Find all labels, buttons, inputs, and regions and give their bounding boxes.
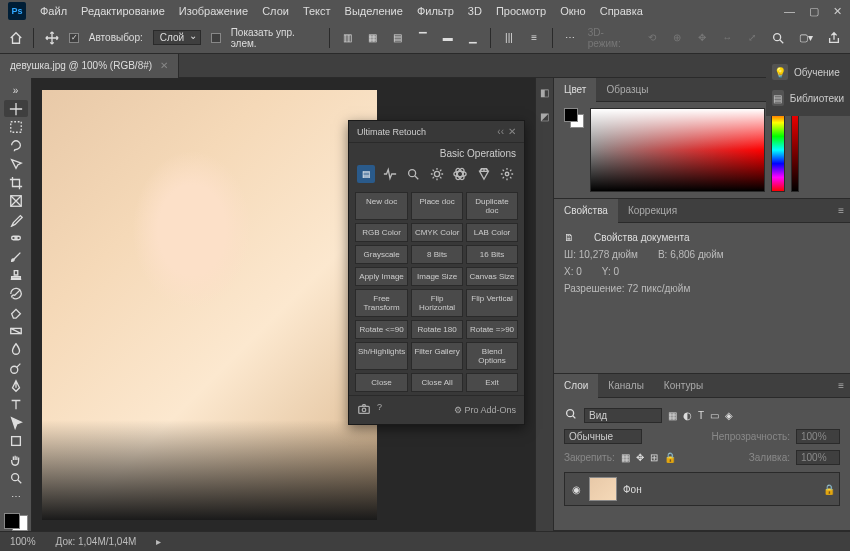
tab-layers[interactable]: Слои: [554, 374, 598, 398]
ultimate-retouch-panel[interactable]: Ultimate Retouch ‹‹ ✕ Basic Operations ▤…: [348, 120, 525, 425]
blur-tool[interactable]: [4, 341, 28, 357]
menu-text[interactable]: Текст: [303, 5, 331, 17]
quick-select-tool[interactable]: [4, 156, 28, 172]
learn-panel-button[interactable]: 💡Обучение: [770, 62, 846, 82]
plugin-btn-new-doc[interactable]: New doc: [355, 192, 408, 220]
plugin-btn-rotate-left[interactable]: Rotate <=90: [355, 320, 408, 339]
3d-roll-icon[interactable]: ⊕: [669, 30, 684, 46]
lock-all-icon[interactable]: 🔒: [664, 452, 676, 463]
hand-tool[interactable]: [4, 452, 28, 468]
align-hcenter-icon[interactable]: ▦: [365, 30, 380, 46]
tab-close-icon[interactable]: ✕: [160, 60, 168, 71]
menu-select[interactable]: Выделение: [345, 5, 403, 17]
menu-image[interactable]: Изображение: [179, 5, 248, 17]
distribute-v-icon[interactable]: ≡: [527, 30, 542, 46]
3d-orbit-icon[interactable]: ⟲: [644, 30, 659, 46]
filter-smart-icon[interactable]: ◈: [725, 410, 733, 421]
plugin-btn-shadows[interactable]: Sh/Highlights: [355, 342, 408, 370]
plugin-btn-8bits[interactable]: 8 Bits: [411, 245, 463, 264]
plugin-tab-settings-icon[interactable]: [498, 165, 516, 183]
tab-paths[interactable]: Контуры: [654, 374, 713, 398]
tab-adjustments[interactable]: Коррекция: [618, 199, 687, 223]
showctrl-checkbox[interactable]: [211, 33, 221, 43]
plugin-tab-brightness-icon[interactable]: [428, 165, 446, 183]
shape-tool[interactable]: [4, 433, 28, 449]
plugin-btn-apply-image[interactable]: Apply Image: [355, 267, 408, 286]
home-icon[interactable]: [8, 30, 23, 46]
plugin-tab-pulse-icon[interactable]: [381, 165, 399, 183]
plugin-btn-rgb[interactable]: RGB Color: [355, 223, 408, 242]
history-brush-tool[interactable]: [4, 285, 28, 301]
hue-slider[interactable]: [771, 108, 785, 192]
plugin-btn-lab[interactable]: LAB Color: [466, 223, 518, 242]
lock-artboard-icon[interactable]: ⊞: [650, 452, 658, 463]
visibility-icon[interactable]: ◉: [569, 484, 583, 495]
zoom-tool[interactable]: [4, 470, 28, 486]
plugin-btn-rotate-180[interactable]: Rotate 180: [411, 320, 463, 339]
plugin-btn-free-transform[interactable]: Free Transform: [355, 289, 408, 317]
plugin-btn-flip-h[interactable]: Flip Horizontal: [411, 289, 463, 317]
filter-image-icon[interactable]: ▦: [668, 410, 677, 421]
fill-value[interactable]: 100%: [796, 450, 840, 465]
path-select-tool[interactable]: [4, 415, 28, 431]
libraries-panel-button[interactable]: ▤Библиотеки: [770, 88, 846, 108]
marquee-tool[interactable]: [4, 119, 28, 135]
search-icon[interactable]: [770, 30, 786, 46]
status-chevron-icon[interactable]: ▸: [156, 536, 161, 547]
dodge-tool[interactable]: [4, 359, 28, 375]
plugin-close-icon[interactable]: ✕: [508, 126, 516, 137]
plugin-tab-basic-icon[interactable]: ▤: [357, 165, 375, 183]
tab-color[interactable]: Цвет: [554, 78, 596, 102]
eyedropper-tool[interactable]: [4, 211, 28, 227]
plugin-btn-cmyk[interactable]: CMYK Color: [411, 223, 463, 242]
plugin-btn-16bits[interactable]: 16 Bits: [466, 245, 518, 264]
lock-pixels-icon[interactable]: ▦: [621, 452, 630, 463]
plugin-btn-place-doc[interactable]: Place doc: [411, 192, 463, 220]
plugin-btn-filter-gallery[interactable]: Filter Gallery: [411, 342, 463, 370]
menu-edit[interactable]: Редактирование: [81, 5, 165, 17]
tab-swatches[interactable]: Образцы: [596, 78, 658, 102]
filter-adjust-icon[interactable]: ◐: [683, 410, 692, 421]
align-top-icon[interactable]: ▔: [415, 30, 430, 46]
menu-help[interactable]: Справка: [600, 5, 643, 17]
3d-pan-icon[interactable]: ✥: [695, 30, 710, 46]
tool-panel-collapse-icon[interactable]: »: [4, 82, 28, 98]
menu-window[interactable]: Окно: [560, 5, 586, 17]
doc-size[interactable]: Док: 1,04M/1,04M: [56, 536, 137, 547]
plugin-btn-grayscale[interactable]: Grayscale: [355, 245, 408, 264]
plugin-addons-link[interactable]: ⚙ Pro Add-Ons: [454, 405, 516, 415]
healing-tool[interactable]: [4, 230, 28, 246]
menu-filter[interactable]: Фильтр: [417, 5, 454, 17]
3d-slide-icon[interactable]: ↔: [720, 30, 735, 46]
window-minimize-icon[interactable]: —: [784, 5, 795, 18]
menu-view[interactable]: Просмотр: [496, 5, 546, 17]
lock-position-icon[interactable]: ✥: [636, 452, 644, 463]
collapsed-panel-icon-2[interactable]: ◩: [536, 106, 553, 126]
plugin-help-icon[interactable]: ?: [377, 402, 382, 418]
filter-shape-icon[interactable]: ▭: [710, 410, 719, 421]
menu-layers[interactable]: Слои: [262, 5, 289, 17]
align-bottom-icon[interactable]: ▁: [465, 30, 480, 46]
plugin-btn-canvas-size[interactable]: Canvas Size: [466, 267, 518, 286]
blend-mode-dropdown[interactable]: Обычные: [564, 429, 642, 444]
type-tool[interactable]: [4, 396, 28, 412]
plugin-btn-close[interactable]: Close: [355, 373, 408, 392]
filter-type-icon[interactable]: T: [698, 410, 704, 421]
window-close-icon[interactable]: ✕: [833, 5, 842, 18]
layer-thumbnail[interactable]: [589, 477, 617, 501]
plugin-btn-duplicate-doc[interactable]: Duplicate doc: [466, 192, 518, 220]
stamp-tool[interactable]: [4, 267, 28, 283]
menu-3d[interactable]: 3D: [468, 5, 482, 17]
plugin-btn-image-size[interactable]: Image Size: [411, 267, 463, 286]
search-icon[interactable]: [564, 407, 578, 423]
opacity-value[interactable]: 100%: [796, 429, 840, 444]
align-right-icon[interactable]: ▤: [390, 30, 405, 46]
panel-menu-icon[interactable]: ≡: [832, 380, 850, 391]
autoselect-dropdown[interactable]: Слой: [153, 30, 201, 45]
menu-file[interactable]: Файл: [40, 5, 67, 17]
align-left-icon[interactable]: ▥: [339, 30, 354, 46]
plugin-camera-icon[interactable]: [357, 402, 371, 418]
eraser-tool[interactable]: [4, 304, 28, 320]
gradient-tool[interactable]: [4, 322, 28, 338]
lock-icon[interactable]: 🔒: [823, 484, 835, 495]
